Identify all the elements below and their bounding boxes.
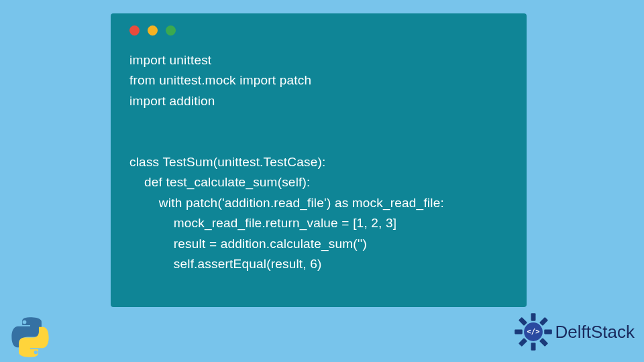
close-dot-icon: [129, 25, 140, 36]
code-line: with patch('addition.read_file') as mock…: [129, 196, 444, 210]
svg-rect-2: [544, 330, 552, 335]
delftstack-label: DelftStack: [555, 322, 635, 343]
svg-rect-1: [539, 317, 548, 326]
svg-rect-4: [531, 343, 535, 351]
code-line: def test_calculate_sum(self):: [129, 175, 311, 189]
delftstack-badge-icon: </>: [514, 312, 553, 351]
maximize-dot-icon: [166, 25, 176, 36]
svg-text:</>: </>: [527, 327, 539, 335]
svg-rect-6: [515, 330, 523, 335]
svg-rect-0: [531, 313, 535, 321]
code-line: mock_read_file.return_value = [1, 2, 3]: [129, 216, 396, 230]
svg-rect-3: [539, 338, 548, 347]
minimize-dot-icon: [148, 25, 158, 36]
delftstack-branding: </> DelftStack: [514, 312, 635, 351]
code-block: import unittest from unittest.mock impor…: [129, 50, 508, 274]
code-line: import unittest: [129, 53, 211, 67]
code-line: result = addition.calculate_sum(''): [129, 237, 367, 251]
code-line: self.assertEqual(result, 6): [129, 257, 322, 271]
code-line: class TestSum(unittest.TestCase):: [129, 155, 325, 169]
svg-rect-5: [518, 338, 527, 347]
code-line: import addition: [129, 94, 215, 108]
svg-rect-7: [518, 317, 527, 326]
code-window: import unittest from unittest.mock impor…: [111, 13, 527, 307]
code-line: from unittest.mock import patch: [129, 73, 311, 87]
python-logo-icon: [9, 316, 51, 358]
window-titlebar: [129, 25, 508, 36]
